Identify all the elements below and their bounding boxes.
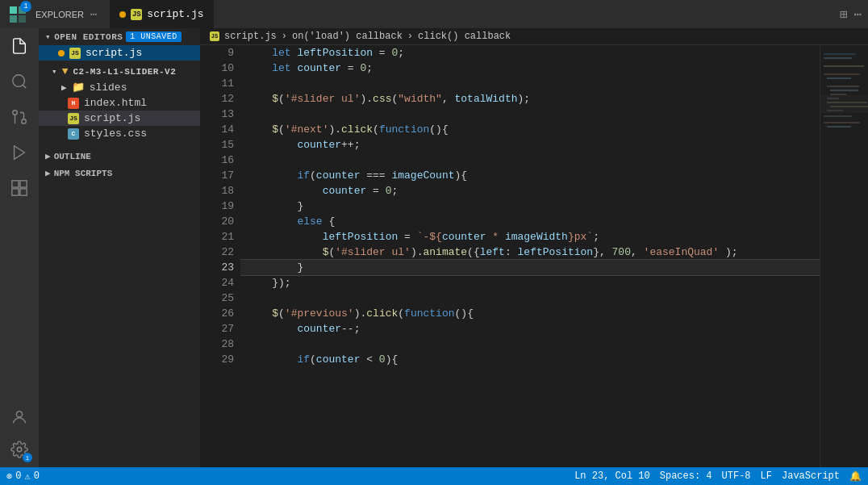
error-icon: ⊗	[6, 470, 12, 483]
outline-chevron: ▶	[45, 151, 51, 161]
line-numbers: 9 10 11 12 13 14 15 16 17 18 19 20 21 22…	[200, 45, 240, 467]
ln-col: Ln 23, Col 10	[574, 470, 650, 482]
spaces-item[interactable]: Spaces: 4	[660, 470, 712, 482]
html-file-icon: H	[68, 98, 79, 109]
svg-marker-9	[15, 146, 25, 160]
line-num-18: 18	[200, 183, 234, 199]
warning-count: 0	[34, 470, 40, 482]
svg-rect-16	[824, 53, 856, 55]
run-icon[interactable]	[8, 141, 31, 164]
code-line-19: }	[240, 199, 820, 214]
active-tab[interactable]: JS script.js	[110, 0, 213, 28]
search-icon[interactable]	[8, 70, 31, 93]
line-num-21: 21	[200, 229, 234, 245]
outline-section[interactable]: ▶ OUTLINE	[39, 148, 200, 165]
spaces-label: Spaces: 4	[660, 470, 712, 482]
code-line-16	[240, 153, 820, 168]
svg-rect-17	[824, 57, 852, 59]
file-name-styles: styles.css	[84, 128, 147, 140]
code-line-10: let counter = 0;	[240, 61, 820, 76]
file-index-html[interactable]: H index.html	[39, 95, 200, 111]
project-folder-icon: ▼	[62, 65, 69, 77]
minimap	[820, 45, 868, 467]
slides-folder-icon: 📁	[72, 81, 85, 94]
breadcrumb-crumb2: click() callback	[418, 31, 511, 42]
window-actions: ⊞ ⋯	[840, 6, 862, 23]
code-line-12: $('#slider ul').css("width", totalWidth)…	[240, 91, 820, 107]
errors-item[interactable]: ⊗ 0 ⚠ 0	[6, 470, 40, 483]
code-line-21: leftPosition = `-${counter * imageWidth}…	[240, 229, 820, 245]
cursor-position[interactable]: Ln 23, Col 10	[574, 470, 650, 482]
open-file-script-js[interactable]: JS script.js	[39, 45, 200, 61]
encoding-item[interactable]: UTF-8	[722, 470, 751, 482]
language-label: JavaScript	[782, 470, 840, 482]
more-icon[interactable]: ⋯	[90, 7, 97, 21]
svg-point-14	[16, 412, 22, 417]
explorer-title: EXPLORER	[35, 10, 84, 19]
code-line-15: counter++;	[240, 137, 820, 153]
extensions-icon[interactable]	[8, 177, 31, 199]
settings-badge: 1	[23, 453, 32, 462]
svg-rect-0	[10, 6, 17, 14]
code-line-25	[240, 291, 820, 306]
line-num-19: 19	[200, 199, 234, 214]
eol-label: LF	[761, 470, 772, 482]
svg-rect-2	[10, 15, 17, 23]
error-count: 0	[15, 470, 21, 482]
code-line-18: counter = 0;	[240, 183, 820, 199]
line-num-27: 27	[200, 321, 234, 337]
more-actions-icon[interactable]: ⋯	[853, 6, 862, 23]
settings-icon[interactable]: 1	[8, 438, 31, 461]
project-name: C2-M3-L1-SLIDER-V2	[73, 67, 176, 77]
unsaved-dot	[119, 11, 126, 18]
source-control-icon[interactable]	[8, 106, 31, 128]
svg-rect-21	[827, 86, 859, 87]
unsaved-badge: 1 UNSAVED	[126, 31, 182, 42]
svg-rect-19	[824, 73, 860, 75]
svg-rect-3	[19, 15, 26, 23]
account-icon[interactable]	[8, 406, 31, 429]
svg-rect-13	[20, 189, 27, 195]
svg-rect-12	[12, 189, 19, 195]
open-editors-chevron: ▾	[45, 31, 51, 42]
language-item[interactable]: JavaScript	[782, 470, 840, 482]
project-chevron: ▾	[52, 66, 57, 77]
open-file-name: script.js	[86, 47, 142, 59]
line-num-26: 26	[200, 306, 234, 321]
code-line-24: });	[240, 275, 820, 291]
svg-rect-28	[824, 115, 852, 117]
code-editor[interactable]: 9 10 11 12 13 14 15 16 17 18 19 20 21 22…	[200, 45, 868, 467]
open-editors-header: ▾ OPEN EDITORS 1 UNSAVED	[39, 28, 200, 45]
file-name-index: index.html	[84, 97, 147, 109]
slides-folder[interactable]: ▶ 📁 slides	[39, 79, 200, 95]
line-num-23: 23	[200, 260, 234, 275]
split-editor-icon[interactable]: ⊞	[840, 6, 848, 23]
bell-item[interactable]: 🔔	[849, 470, 862, 483]
sidebar: ▾ OPEN EDITORS 1 UNSAVED JS script.js ▾ …	[39, 28, 200, 467]
line-num-16: 16	[200, 153, 234, 168]
line-num-10: 10	[200, 61, 234, 76]
code-content[interactable]: let leftPosition = 0; let counter = 0; $…	[240, 45, 820, 467]
project-folder[interactable]: ▾ ▼ C2-M3-L1-SLIDER-V2	[39, 64, 200, 79]
npm-section[interactable]: ▶ NPM SCRIPTS	[39, 165, 200, 182]
line-num-15: 15	[200, 137, 234, 153]
code-line-20: else {	[240, 214, 820, 229]
code-line-14: $('#next').click(function(){	[240, 122, 820, 137]
line-num-22: 22	[200, 245, 234, 260]
status-right: Ln 23, Col 10 Spaces: 4 UTF-8 LF JavaScr…	[574, 470, 862, 483]
file-styles-css[interactable]: C styles.css	[39, 126, 200, 141]
svg-rect-29	[824, 122, 860, 123]
tab-label: script.js	[147, 8, 203, 20]
status-left: ⊗ 0 ⚠ 0	[6, 470, 40, 483]
files-icon[interactable]	[8, 35, 31, 57]
npm-chevron: ▶	[45, 168, 51, 178]
eol-item[interactable]: LF	[761, 470, 772, 482]
line-num-12: 12	[200, 91, 234, 107]
line-num-28: 28	[200, 337, 234, 352]
line-num-24: 24	[200, 275, 234, 291]
line-num-14: 14	[200, 122, 234, 137]
file-script-js[interactable]: JS script.js	[39, 111, 200, 126]
line-num-17: 17	[200, 168, 234, 183]
npm-label: NPM SCRIPTS	[54, 169, 113, 178]
svg-rect-23	[830, 94, 846, 95]
